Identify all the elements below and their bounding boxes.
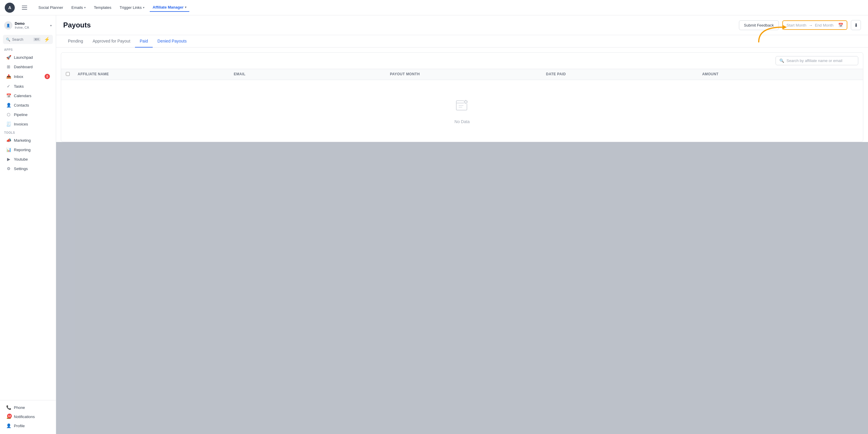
select-all-checkbox[interactable] xyxy=(66,72,70,76)
sidebar-item-label: Calendars xyxy=(14,94,31,98)
search-label: Search xyxy=(12,37,31,42)
tab-pending[interactable]: Pending xyxy=(63,35,88,48)
no-data-label: No Data xyxy=(455,119,470,124)
calendar-icon: 📅 xyxy=(838,23,843,27)
col-header-date-paid: Date Paid xyxy=(546,72,702,77)
search-wrap: 🔍 xyxy=(776,56,858,65)
page-area: Payouts Submit Feedback Start Month → En… xyxy=(56,16,868,142)
sidebar-item-youtube[interactable]: ▶ Youtube xyxy=(2,155,54,163)
sidebar-item-marketing[interactable]: 📣 Marketing xyxy=(2,136,54,145)
search-shortcut: ⌘K xyxy=(33,37,40,41)
download-icon: ⬇ xyxy=(854,23,858,28)
youtube-icon: ▶ xyxy=(6,157,11,161)
search-input[interactable] xyxy=(786,58,855,63)
user-name: Demo xyxy=(15,22,48,26)
flash-icon: ⚡ xyxy=(44,37,50,42)
nav-avatar[interactable]: A xyxy=(5,3,15,13)
calendars-icon: 📅 xyxy=(6,93,11,98)
col-header-amount: Amount xyxy=(702,72,858,77)
sidebar-item-label: Pipeline xyxy=(14,113,28,117)
nav-links: Social Planner Emails ▾ Templates Trigge… xyxy=(35,3,863,12)
sidebar-item-label: Dashboard xyxy=(14,65,33,69)
invoices-icon: 🧾 xyxy=(6,122,11,126)
user-info: Demo Irvine, CA xyxy=(15,22,48,29)
sidebar-item-label: Tasks xyxy=(14,84,24,89)
nav-link-trigger-links[interactable]: Trigger Links ▾ xyxy=(117,4,147,11)
sidebar-search[interactable]: 🔍 Search ⌘K ⚡ xyxy=(3,35,53,44)
sidebar: 👤 Demo Irvine, CA ▾ 🔍 Search ⌘K ⚡ Apps 🚀… xyxy=(0,16,56,434)
col-header-checkbox xyxy=(66,72,78,77)
launchpad-icon: 🚀 xyxy=(6,55,11,60)
date-range-input[interactable]: Start Month → End Month 📅 xyxy=(782,20,847,30)
date-range-arrow-icon: → xyxy=(809,23,812,27)
no-data-state: No Data xyxy=(61,80,863,142)
emails-chevron: ▾ xyxy=(84,6,86,9)
affiliate-manager-chevron: ▾ xyxy=(185,6,186,9)
user-location: Irvine, CA xyxy=(15,26,48,29)
top-nav: A Social Planner Emails ▾ Templates Trig… xyxy=(0,0,868,16)
sidebar-item-label: Youtube xyxy=(14,157,28,161)
submit-feedback-button[interactable]: Submit Feedback xyxy=(739,20,779,30)
sidebar-item-inbox[interactable]: 📥 Inbox 0 xyxy=(2,72,54,81)
contacts-icon: 👤 xyxy=(6,103,11,107)
sidebar-item-contacts[interactable]: 👤 Contacts xyxy=(2,101,54,110)
nav-link-social-planner[interactable]: Social Planner xyxy=(35,4,66,11)
sidebar-item-label: Launchpad xyxy=(14,55,33,60)
sidebar-item-label: Marketing xyxy=(14,138,31,143)
sidebar-item-label: Settings xyxy=(14,166,28,171)
sidebar-bottom: 📞 Phone 🔔 12 Notifications 👤 Profile xyxy=(0,400,56,430)
nav-link-templates[interactable]: Templates xyxy=(91,4,114,11)
sidebar-item-label: Reporting xyxy=(14,148,30,152)
reporting-icon: 📊 xyxy=(6,147,11,152)
sidebar-item-invoices[interactable]: 🧾 Invoices xyxy=(2,120,54,128)
tab-paid[interactable]: Paid xyxy=(135,35,153,48)
sidebar-user[interactable]: 👤 Demo Irvine, CA ▾ xyxy=(0,19,56,32)
tasks-icon: ✓ xyxy=(6,84,11,89)
avatar: 👤 xyxy=(4,21,12,30)
no-data-icon xyxy=(455,98,470,116)
hamburger-menu[interactable] xyxy=(22,6,27,10)
trigger-links-chevron: ▾ xyxy=(143,6,145,9)
page-header-actions: Submit Feedback Start Month → End Month … xyxy=(739,20,861,30)
marketing-icon: 📣 xyxy=(6,138,11,143)
inbox-badge: 0 xyxy=(44,74,50,79)
table-container: 🔍 Affiliate Name Email Payout month Date… xyxy=(61,52,863,142)
body-layout: 👤 Demo Irvine, CA ▾ 🔍 Search ⌘K ⚡ Apps 🚀… xyxy=(0,16,868,434)
main-content: Payouts Submit Feedback Start Month → En… xyxy=(56,16,868,434)
notifications-icon: 🔔 12 xyxy=(6,414,11,419)
sidebar-item-dashboard[interactable]: ⊞ Dashboard xyxy=(2,62,54,71)
nav-link-affiliate-manager[interactable]: Affiliate Manager ▾ xyxy=(150,3,189,12)
search-icon: 🔍 xyxy=(6,37,10,42)
user-dropdown-chevron: ▾ xyxy=(50,24,52,27)
col-header-payout-month: Payout month xyxy=(390,72,546,77)
sidebar-item-calendars[interactable]: 📅 Calendars xyxy=(2,91,54,100)
dashboard-icon: ⊞ xyxy=(6,64,11,69)
pipeline-icon: ⬡ xyxy=(6,112,11,117)
sidebar-item-tasks[interactable]: ✓ Tasks xyxy=(2,82,54,91)
end-month-label: End Month xyxy=(815,23,833,27)
tabs-bar: Pending Approved for Payout Paid Denied … xyxy=(56,35,868,48)
sidebar-item-settings[interactable]: ⚙ Settings xyxy=(2,164,54,173)
phone-icon: 📞 xyxy=(6,405,11,410)
col-header-affiliate-name: Affiliate Name xyxy=(78,72,234,77)
settings-icon: ⚙ xyxy=(6,166,11,171)
sidebar-item-pipeline[interactable]: ⬡ Pipeline xyxy=(2,110,54,119)
page-title: Payouts xyxy=(63,21,91,29)
start-month-label: Start Month xyxy=(786,23,806,27)
no-data-svg xyxy=(455,98,470,113)
tab-denied-payouts[interactable]: Denied Payouts xyxy=(153,35,191,48)
sidebar-item-launchpad[interactable]: 🚀 Launchpad xyxy=(2,53,54,62)
profile-icon: 👤 xyxy=(6,423,11,428)
sidebar-item-phone[interactable]: 📞 Phone xyxy=(2,403,54,412)
sidebar-item-profile[interactable]: 👤 Profile xyxy=(2,421,54,430)
sidebar-item-notifications[interactable]: 🔔 12 Notifications xyxy=(2,412,54,421)
inbox-icon: 📥 xyxy=(6,74,11,79)
sidebar-item-label: Notifications xyxy=(14,414,35,419)
sidebar-item-label: Phone xyxy=(14,405,25,410)
tab-approved[interactable]: Approved for Payout xyxy=(88,35,135,48)
sidebar-item-label: Profile xyxy=(14,424,25,428)
nav-link-emails[interactable]: Emails ▾ xyxy=(68,4,89,11)
sidebar-item-reporting[interactable]: 📊 Reporting xyxy=(2,145,54,154)
sidebar-item-label: Inbox xyxy=(14,74,23,79)
download-button[interactable]: ⬇ xyxy=(851,20,861,30)
